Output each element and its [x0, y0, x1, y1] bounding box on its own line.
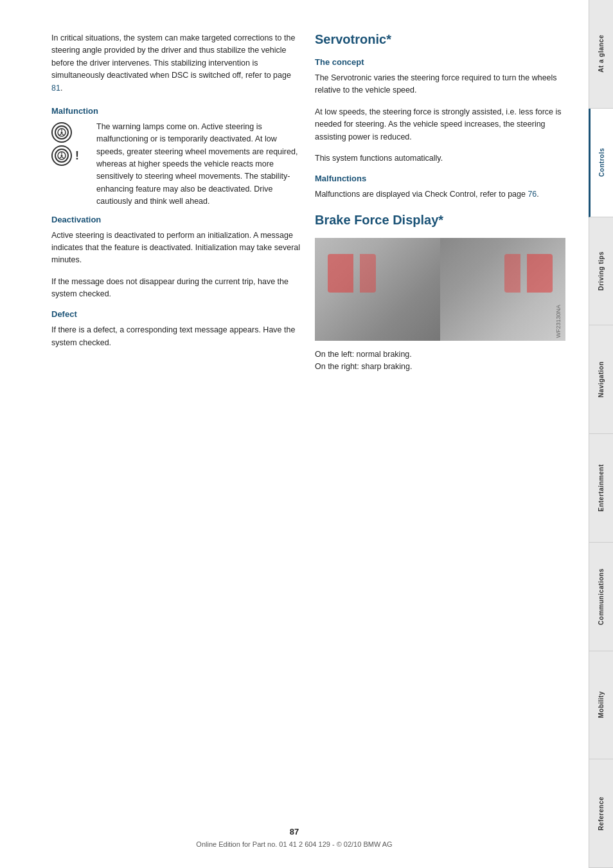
tail-light-right	[527, 254, 553, 293]
page-81-link[interactable]: 81	[51, 84, 60, 93]
sidebar-item-at-a-glance[interactable]: At a glance	[589, 0, 613, 109]
defect-text: If there is a defect, a corresponding te…	[51, 324, 302, 349]
brake-force-title: Brake Force Display*	[315, 213, 565, 230]
steering-warning-exclaim-icon	[51, 145, 72, 166]
concept-text3: This system functions automatically.	[315, 152, 565, 165]
page-number: 87	[0, 827, 589, 836]
deactivation-heading: Deactivation	[51, 215, 302, 224]
malfunctions-heading: Malfunctions	[315, 174, 565, 183]
icon-row-bottom: !	[51, 145, 79, 167]
malfunction-section: Malfunction	[51, 106, 302, 208]
intro-paragraph: In critical situations, the system can m…	[51, 32, 302, 95]
svg-line-4	[62, 133, 64, 136]
sidebar-item-controls[interactable]: Controls	[589, 109, 613, 217]
footer-text: Online Edition for Part no. 01 41 2 604 …	[196, 840, 392, 848]
sidebar: At a glance Controls Driving tips Naviga…	[589, 0, 613, 868]
sidebar-item-navigation[interactable]: Navigation	[589, 325, 613, 434]
malfunctions-text: Malfunctions are displayed via Check Con…	[315, 188, 565, 201]
malfunction-block: ! The warning lamps come on. Active stee…	[51, 121, 302, 208]
right-column: Servotronic* The concept The Servotronic…	[315, 32, 565, 373]
svg-point-6	[61, 154, 63, 156]
caption-normal-braking: On the left: normal braking.	[315, 348, 565, 361]
sidebar-item-communications[interactable]: Communications	[589, 543, 613, 651]
tail-light-left	[328, 254, 353, 293]
steering-icon-svg	[57, 151, 66, 160]
defect-heading: Defect	[51, 309, 302, 319]
page-76-link[interactable]: 76	[528, 190, 537, 199]
deactivation-text2: If the message does not disappear during…	[51, 276, 302, 301]
sidebar-item-mobility[interactable]: Mobility	[589, 651, 613, 760]
sidebar-item-reference[interactable]: Reference	[589, 759, 613, 868]
left-column: In critical situations, the system can m…	[51, 32, 302, 358]
concept-text2: At low speeds, the steering force is str…	[315, 106, 565, 143]
image-watermark: WF23130NA	[555, 305, 562, 338]
steering-icon-exclaim-inner	[55, 149, 69, 163]
svg-line-8	[59, 156, 62, 159]
concept-text1: The Servotronic varies the steering forc…	[315, 72, 565, 97]
servotronic-title: Servotronic*	[315, 32, 565, 50]
deactivation-text1: Active steering is deactivated to perfor…	[51, 230, 302, 267]
concept-heading: The concept	[315, 57, 565, 67]
sidebar-item-entertainment[interactable]: Entertainment	[589, 434, 613, 543]
page-footer: 87 Online Edition for Part no. 01 41 2 6…	[0, 827, 589, 849]
warning-icons: !	[51, 122, 90, 167]
deactivation-section: Deactivation Active steering is deactiva…	[51, 215, 302, 301]
steering-warning-icon	[51, 122, 72, 143]
tail-light-right2	[504, 254, 520, 293]
exclamation-mark-icon: !	[75, 149, 79, 163]
steering-wheel-icon	[57, 128, 66, 137]
brake-image-left	[315, 238, 440, 341]
icon-row-top	[51, 122, 72, 144]
malfunction-heading: Malfunction	[51, 106, 302, 116]
svg-point-1	[61, 131, 63, 133]
tail-light-left2	[360, 254, 376, 293]
svg-line-9	[62, 156, 64, 159]
defect-section: Defect If there is a defect, a correspon…	[51, 309, 302, 349]
malfunction-text: The warning lamps come on. Active steeri…	[96, 121, 302, 208]
caption-sharp-braking: On the right: sharp braking.	[315, 361, 565, 373]
steering-icon-inner	[55, 125, 69, 140]
svg-line-3	[59, 133, 62, 136]
sidebar-item-driving-tips[interactable]: Driving tips	[589, 217, 613, 326]
brake-image-right	[440, 238, 565, 341]
brake-force-image: WF23130NA	[315, 238, 565, 341]
